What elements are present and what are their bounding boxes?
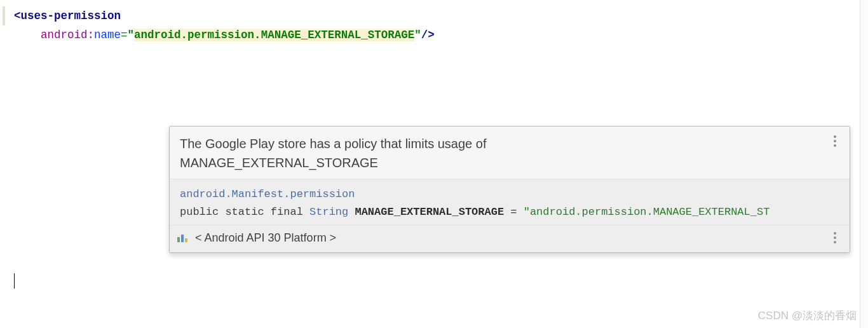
attr-name: name (94, 29, 121, 41)
assign-op: = (504, 206, 524, 218)
code-editor[interactable]: <uses-permission android:name="android.p… (0, 0, 868, 44)
tag-self-close: /> (421, 29, 435, 41)
source-more-button[interactable] (828, 231, 842, 245)
attr-colon: : (88, 29, 95, 41)
code-line-1[interactable]: <uses-permission (0, 6, 868, 25)
change-marker (3, 6, 5, 25)
class-reference-link[interactable]: android.Manifest.permission (180, 188, 355, 200)
library-icon (177, 233, 189, 242)
tag-name: uses-permission (21, 10, 121, 22)
warning-line2: MANAGE_EXTERNAL_STORAGE (180, 156, 378, 170)
warning-text: The Google Play store has a policy that … (180, 134, 823, 172)
modifiers: public static final (180, 206, 309, 218)
warning-line1: The Google Play store has a policy that … (180, 137, 486, 151)
source-label: < Android API 30 Platform > (195, 231, 823, 245)
source-row: < Android API 30 Platform > (170, 225, 850, 252)
tag-open-bracket: < (14, 10, 21, 22)
watermark: CSDN @淡淡的香烟 (758, 308, 857, 323)
documentation-section: android.Manifest.permission public stati… (170, 179, 850, 225)
attr-quote-close: " (414, 29, 421, 41)
right-gutter[interactable] (860, 0, 868, 328)
warning-section: The Google Play store has a policy that … (170, 126, 850, 179)
code-line-2[interactable]: android:name="android.permission.MANAGE_… (0, 25, 868, 44)
text-caret (14, 273, 15, 289)
string-literal: "android.permission.MANAGE_EXTERNAL_ST (524, 206, 770, 218)
type: String (309, 206, 348, 218)
indent (14, 29, 41, 41)
attr-value: android.permission.MANAGE_EXTERNAL_STORA… (134, 29, 414, 41)
more-actions-button[interactable] (828, 134, 842, 148)
field-name: MANAGE_EXTERNAL_STORAGE (348, 206, 504, 218)
attr-namespace: android (41, 29, 88, 41)
attr-equals: = (121, 29, 128, 41)
quick-doc-popup: The Google Play store has a policy that … (169, 126, 850, 253)
attr-quote-open: " (128, 29, 135, 41)
